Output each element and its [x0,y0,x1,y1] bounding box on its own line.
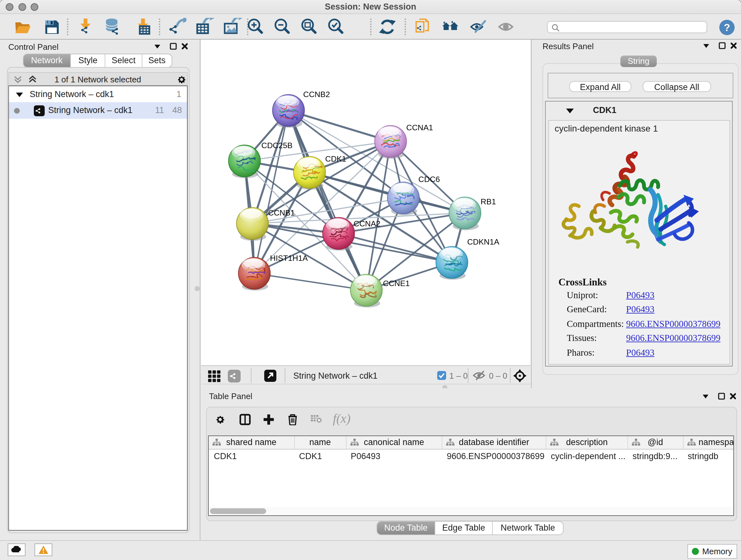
svg-text:CCNB2: CCNB2 [303,90,330,99]
svg-text:CCNE1: CCNE1 [383,279,409,288]
svg-text:HIST1H1A: HIST1H1A [270,254,308,262]
svg-text:CDK1: CDK1 [325,154,346,163]
svg-text:RB1: RB1 [480,197,495,206]
svg-text:CCNA2: CCNA2 [353,219,380,228]
svg-text:CDKN1A: CDKN1A [467,238,499,246]
svg-text:?: ? [724,21,730,33]
svg-text:CDC6: CDC6 [418,175,440,184]
svg-text:CCNA1: CCNA1 [406,123,433,132]
svg-text:CCNB1: CCNB1 [268,208,294,217]
svg-text:CDC25B: CDC25B [261,141,292,150]
